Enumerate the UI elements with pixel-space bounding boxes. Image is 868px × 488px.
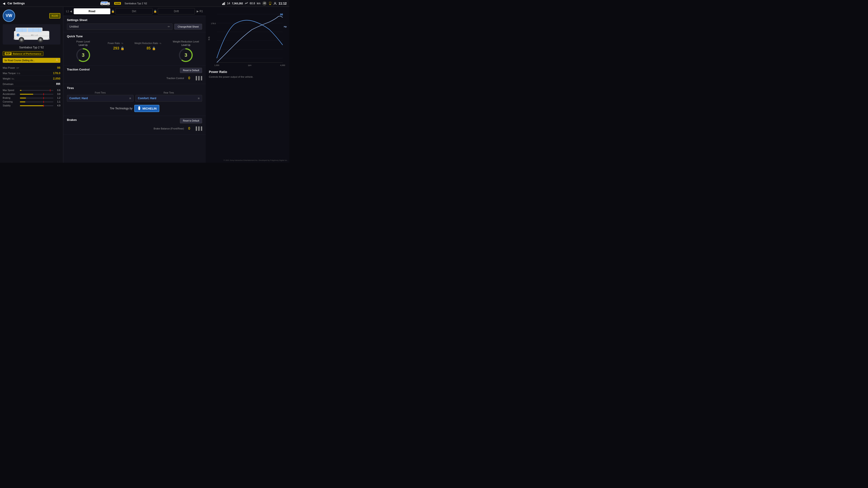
svg-text:ft-lb: ft-lb: [208, 37, 210, 40]
brake-balance-label: Brake Balance (Front/Rear): [153, 127, 184, 130]
weight-ratio-item: Weight Reduction Ratio %: [134, 42, 161, 44]
stat-weight: Weight lbs. 2,050: [3, 76, 60, 81]
svg-rect-15: [269, 4, 271, 5]
car-name-label: Sambabus Typ 2 '62: [3, 46, 60, 49]
main-content: L1 ◀ Road 🔒 Dirt 🔒 Drift ▶ R1 Settings S…: [63, 7, 206, 163]
svg-text:1,000: 1,000: [214, 64, 219, 66]
michelin-logo: MICHELIN: [134, 105, 159, 112]
svg-rect-19: [16, 28, 27, 32]
tab-dirt[interactable]: Dirt: [116, 8, 153, 14]
ratios-row: Power Ratio % Weight Reduction Ratio %: [102, 42, 167, 44]
power-ratio-display: 293 🔒: [113, 46, 125, 51]
top-bar-right: 14 7,363,282 60.8 km 48 11:12: [222, 1, 287, 6]
rear-tire-name: Comfort: Hard: [138, 97, 156, 100]
traction-header: Traction Control Reset to Default: [67, 68, 202, 73]
car-rating-badge: N100: [114, 2, 121, 5]
front-tires-col: Front Tires Comfort: Hard ≡: [67, 92, 133, 102]
tab-next-button[interactable]: ▶ R1: [196, 9, 204, 13]
ratio-values-row: 293 🔒 85 🔒: [102, 46, 167, 51]
traction-reset-button[interactable]: Reset to Default: [180, 68, 202, 73]
traction-control-row: Traction Control 0 ▐▐▐: [67, 75, 202, 82]
power-ratio-section: Power Ratio Controls the power output of…: [208, 68, 287, 81]
bop-badge: BOP Balance of Performance: [3, 51, 43, 56]
power-chart: ft-lb 178.0 98 Hp 1,000 4,000 rpm: [208, 9, 287, 68]
level-badge: 48: [262, 1, 267, 6]
car-class-badge: N100: [49, 13, 60, 19]
brakes-reset-button[interactable]: Reset to Default: [180, 118, 202, 123]
power-ratio-title: Power Ratio: [209, 70, 286, 74]
power-level-dial[interactable]: 3: [75, 47, 91, 63]
bop-course-bar: for Road Course (Setting dis... 🔒: [3, 58, 60, 63]
top-bar-center: VW N100 Sambabus Typ 2 '62: [100, 1, 147, 6]
tab-prev-button[interactable]: L1 ◀: [65, 9, 73, 13]
michelin-brand: MICHELIN: [143, 107, 157, 110]
tabs-row: L1 ◀ Road 🔒 Dirt 🔒 Drift ▶ R1: [63, 7, 206, 16]
profile-icon: [274, 2, 277, 5]
weight-level-dial[interactable]: 3: [178, 47, 194, 63]
power-torque-chart: ft-lb 178.0 98 Hp 1,000 4,000 rpm: [208, 9, 287, 68]
brake-bar-icon[interactable]: ▐▐▐: [194, 127, 202, 131]
weight-lock-button[interactable]: 🔒: [152, 46, 156, 50]
power-ratio-description: Controls the power output of the vehicle…: [209, 75, 286, 79]
weight-level-up-label: Level Up: [182, 44, 190, 46]
quick-tune-section: Quick Tune Power Level Level Up 3: [63, 32, 206, 66]
svg-rect-10: [222, 4, 223, 5]
power-ratio-value: 293: [113, 46, 119, 51]
power-level-label: Power Level: [76, 40, 90, 43]
svg-text:Hp: Hp: [284, 25, 287, 28]
weight-ratio-label: Weight Reduction Ratio: [134, 42, 158, 44]
quick-tune-title: Quick Tune: [67, 35, 202, 38]
back-button[interactable]: ◀: [3, 2, 5, 5]
tab-drift[interactable]: Drift: [158, 8, 195, 14]
svg-rect-13: [225, 2, 225, 5]
perf-braking: Braking 1.2: [3, 97, 60, 99]
car-icon-top: VW: [100, 1, 111, 6]
front-tire-name: Comfort: Hard: [69, 97, 88, 100]
svg-point-5: [102, 4, 103, 5]
svg-text:178.0: 178.0: [211, 22, 216, 25]
svg-point-43: [139, 106, 140, 107]
tune-row: Power Level Level Up 3 Power Ratio: [67, 40, 202, 63]
credits-display: 7,363,282: [232, 2, 243, 5]
svg-rect-20: [28, 28, 41, 32]
settings-sheet-section: Settings Sheet Untitled ✏ Change/Add She…: [63, 16, 206, 32]
sheet-name-text: Untitled: [69, 25, 79, 28]
rear-tire-select[interactable]: Comfort: Hard ≡: [135, 95, 202, 102]
drivetrain-value: RR: [56, 82, 60, 86]
car-image: VW 藤屋とうふ店: [3, 24, 60, 44]
svg-rect-34: [48, 38, 50, 39]
ratio-display: Power Ratio % Weight Reduction Ratio % 2…: [102, 40, 167, 63]
weight-ratio-value: 85: [147, 46, 151, 51]
sheet-name-input[interactable]: Untitled ✏: [67, 24, 173, 30]
svg-point-29: [21, 39, 22, 40]
traction-bar-icon[interactable]: ▐▐▐: [194, 76, 202, 80]
weight-level-item: Weight Reduction Level Level Up 3: [170, 40, 202, 63]
km-unit: km: [257, 2, 260, 5]
time-display: 11:12: [278, 2, 287, 5]
weight-level-label: Weight Reduction Level: [173, 40, 199, 43]
power-lock-button[interactable]: 🔒: [121, 46, 124, 50]
svg-rect-14: [270, 4, 271, 4]
left-panel: VW N100 VW: [0, 7, 63, 163]
power-ratio-item: Power Ratio %: [107, 42, 123, 44]
bop-text: Balance of Performance: [13, 53, 41, 55]
tab-road[interactable]: Road: [74, 8, 110, 14]
traction-control-value: 0: [186, 76, 193, 80]
bop-label: BOP: [5, 52, 11, 55]
tires-section: Tires Front Tires Comfort: Hard ≡ Rear T…: [63, 84, 206, 116]
performance-bars: Max Speed 0.6 Acceleration 3.0 Braking 1…: [3, 89, 60, 107]
weight-ratio-display: 85 🔒: [147, 46, 156, 51]
bop-course-text: for Road Course (Setting dis...: [4, 59, 35, 62]
change-add-sheet-button[interactable]: Change/Add Sheet: [174, 24, 202, 30]
front-tire-select[interactable]: Comfort: Hard ≡: [67, 95, 133, 102]
michelin-area: Tire Technology by MICHELIN: [67, 103, 202, 113]
car-stats: Max Power HP 98 Max Torque ft-lb 178.0 W…: [3, 66, 60, 86]
michelin-text: Tire Technology by: [110, 107, 132, 110]
tires-title: Tires: [67, 86, 202, 90]
brakes-section: Brakes Reset to Default Brake Balance (F…: [63, 116, 206, 134]
level-indicator: 14: [227, 2, 230, 5]
traction-title: Traction Control: [67, 68, 90, 71]
tires-grid: Front Tires Comfort: Hard ≡ Rear Tires C…: [67, 92, 202, 102]
svg-point-42: [138, 109, 140, 110]
brake-balance-value: 0: [186, 127, 193, 131]
